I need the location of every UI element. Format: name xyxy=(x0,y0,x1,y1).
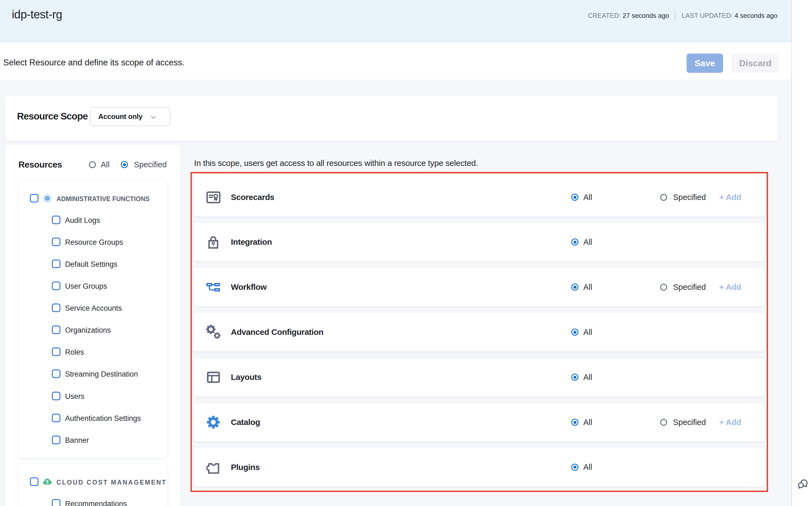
svg-text:$: $ xyxy=(46,479,49,485)
